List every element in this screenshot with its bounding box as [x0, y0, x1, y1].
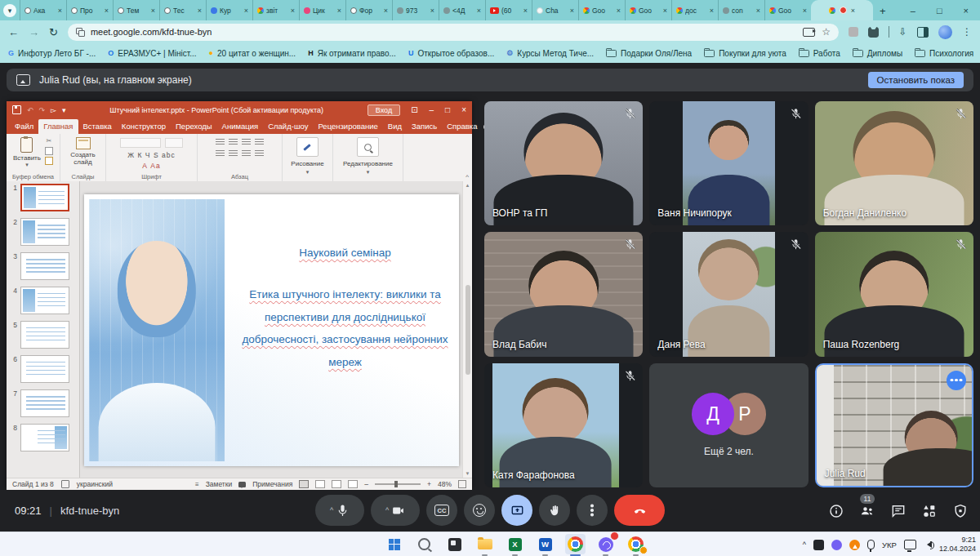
paste-button[interactable]: Вставить ▾ [13, 137, 41, 168]
browser-tab-active[interactable]: × [811, 0, 873, 20]
extension-icon[interactable] [849, 27, 858, 37]
browser-tab[interactable]: Goo× [764, 0, 811, 20]
slide-thumbnail[interactable]: 1 [11, 184, 79, 211]
volume-icon[interactable] [924, 541, 932, 548]
normal-view-icon[interactable] [299, 480, 309, 488]
tab-slideshow[interactable]: Слайд-шоу [263, 119, 313, 134]
tab-capture-icon[interactable] [803, 28, 815, 37]
zoom-slider-thumb[interactable] [394, 481, 398, 487]
tab-home[interactable]: Главная [38, 119, 78, 134]
slide-thumbnail[interactable]: 3 [11, 252, 79, 280]
browser-tab[interactable]: Тем× [113, 0, 159, 20]
tab-close-icon[interactable]: × [337, 7, 341, 15]
zoom-out-icon[interactable]: – [364, 480, 368, 488]
numbering-icon[interactable] [229, 139, 238, 145]
tab-close-icon[interactable]: × [570, 7, 574, 15]
tab-close-icon[interactable]: × [244, 7, 248, 15]
participant-tile[interactable]: Ваня Ничипорук [649, 101, 808, 225]
tray-app-icon[interactable] [813, 540, 824, 550]
collapse-ribbon-icon[interactable]: ^ [466, 173, 469, 180]
slide-thumbnail[interactable]: 6 [11, 355, 79, 383]
tab-close-icon[interactable]: × [105, 7, 109, 15]
participant-tile[interactable]: Катя Фарафонова [484, 363, 643, 487]
ribbon-display-icon[interactable]: ⊡ [411, 105, 417, 114]
notes-button[interactable]: Заметки [206, 480, 233, 488]
excel-button[interactable]: X [505, 534, 525, 554]
host-controls-button[interactable] [951, 501, 970, 521]
thumbnail-slide-3[interactable] [20, 252, 69, 280]
font-name-box[interactable] [120, 138, 161, 148]
tab-record[interactable]: Запись [407, 119, 442, 134]
bookmark-folder[interactable]: Покупки для уюта [704, 49, 786, 58]
slide-thumbnail-panel[interactable]: 1 2 3 4 5 6 7 8 [7, 181, 80, 478]
raise-hand-button[interactable] [539, 495, 570, 526]
scroll-up-icon[interactable]: ▲ [466, 183, 470, 188]
tab-close-icon[interactable]: × [663, 7, 667, 15]
slideshow-icon[interactable]: ▻ [51, 106, 56, 114]
align-left-icon[interactable] [216, 150, 225, 157]
slide-thumbnail[interactable]: 5 [11, 321, 79, 349]
mic-button[interactable]: ^ [315, 495, 364, 526]
forward-button[interactable]: → [29, 26, 39, 38]
tab-close-icon[interactable]: × [477, 7, 481, 15]
end-call-button[interactable] [614, 495, 665, 526]
camera-options-icon[interactable]: ^ [385, 506, 389, 514]
search-button[interactable] [414, 534, 434, 554]
reactions-button[interactable] [464, 495, 495, 526]
extensions-puzzle-icon[interactable] [868, 27, 879, 38]
bookmark-star-icon[interactable]: ☆ [822, 26, 831, 38]
tab-close-icon[interactable]: × [151, 7, 155, 15]
bookmark[interactable]: ●20 цитат о женщин... [209, 49, 296, 58]
slide-sorter-icon[interactable] [315, 480, 325, 488]
present-button[interactable] [501, 495, 532, 526]
tab-transitions[interactable]: Переходы [171, 119, 217, 134]
browser-tab[interactable]: 973× [392, 0, 439, 20]
font-style-buttons[interactable]: Ж К Ч S abc [127, 151, 175, 159]
minimize-button[interactable]: – [911, 6, 915, 16]
redo-icon[interactable]: ↷ [39, 106, 46, 114]
tab-close-icon[interactable]: × [430, 7, 434, 15]
thumbnail-slide-1[interactable] [20, 184, 69, 211]
word-button[interactable]: W [535, 534, 555, 554]
editing-button[interactable]: Редактирование ▾ [343, 137, 393, 176]
font-color-buttons[interactable]: А Аа [142, 162, 161, 170]
comments-button[interactable]: Примечания [252, 480, 292, 488]
url-text[interactable]: meet.google.com/kfd-tnue-byn [91, 27, 796, 37]
tab-close-icon[interactable]: × [756, 7, 760, 15]
font-size-box[interactable] [165, 138, 183, 148]
start-button[interactable] [384, 534, 404, 554]
browser-tab[interactable]: Фор× [345, 0, 392, 20]
indent-icon[interactable] [242, 139, 251, 145]
bullets-icon[interactable] [216, 139, 225, 145]
chrome-profile2-button[interactable] [626, 534, 646, 554]
tab-design[interactable]: Конструктор [117, 119, 171, 134]
tab-animations[interactable]: Анимация [217, 119, 264, 134]
browser-tab[interactable]: Цик× [299, 0, 345, 20]
bookmark-folder[interactable]: Подарки Оля/Лена [606, 49, 692, 58]
language-switcher[interactable]: УКР [882, 540, 897, 549]
browser-tab[interactable]: Про× [66, 0, 113, 20]
thumbnail-slide-5[interactable] [20, 321, 69, 349]
camera-button[interactable]: ^ [371, 495, 420, 526]
side-panel-icon[interactable] [917, 27, 929, 38]
more-options-button[interactable] [577, 495, 608, 526]
chat-button[interactable] [889, 501, 908, 521]
thumbnail-slide-6[interactable] [20, 355, 69, 383]
bookmark-folder[interactable]: Работа [799, 49, 840, 58]
browser-tab[interactable]: con× [718, 0, 764, 20]
activities-button[interactable] [920, 501, 939, 521]
ppt-close-button[interactable]: × [461, 105, 466, 114]
sign-in-button[interactable]: Вход [368, 105, 400, 116]
tray-viber-icon[interactable] [831, 540, 842, 550]
close-button[interactable]: × [964, 6, 969, 16]
tray-mic-icon[interactable] [867, 540, 875, 549]
new-slide-button[interactable]: Создать слайд [65, 137, 102, 166]
bookmark-folder[interactable]: Психология [915, 49, 973, 58]
drawing-button[interactable]: Рисование ▾ [291, 137, 323, 176]
tab-view[interactable]: Вид [383, 119, 407, 134]
file-explorer-button[interactable] [474, 534, 495, 554]
bookmark[interactable]: HЯк отримати право... [308, 49, 396, 58]
bookmark[interactable]: OЕРАЗМУС+ | Мініст... [108, 49, 196, 58]
tile-options-button[interactable] [947, 371, 966, 390]
browser-tab[interactable]: Тес× [159, 0, 206, 20]
